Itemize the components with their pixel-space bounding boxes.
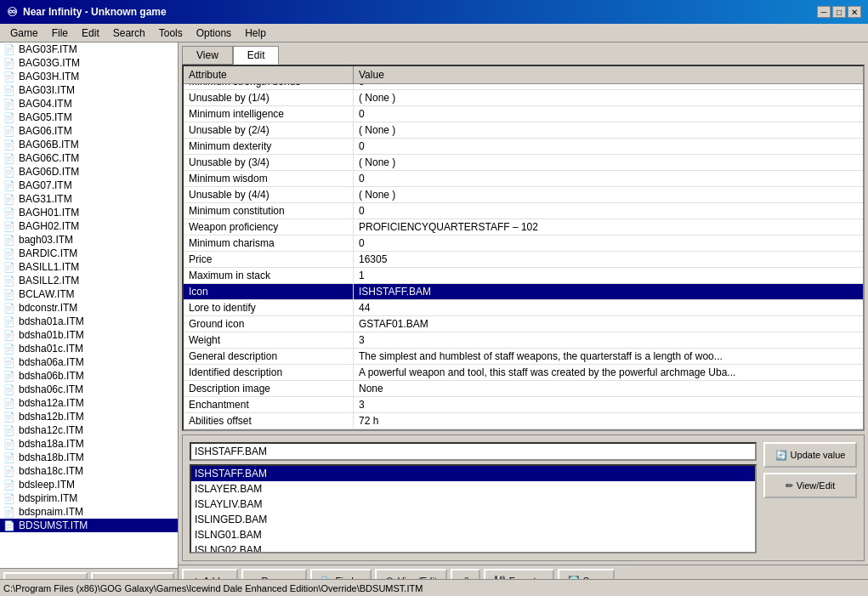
file-icon: 📄 (3, 57, 15, 69)
menu-item-help[interactable]: Help (238, 26, 273, 41)
menu-item-search[interactable]: Search (106, 26, 152, 41)
dropdown-item[interactable]: ISLNG02.BAM (191, 542, 755, 553)
file-icon: 📄 (3, 315, 15, 327)
maximize-button[interactable]: □ (832, 6, 846, 18)
list-item[interactable]: 📄bdsha18a.ITM (0, 437, 178, 451)
menu-item-tools[interactable]: Tools (152, 26, 190, 41)
list-item[interactable]: 📄BAGH02.ITM (0, 219, 178, 233)
table-row[interactable]: IconISHSTAFF.BAM (184, 284, 863, 300)
table-row[interactable]: Weight3 (184, 332, 863, 349)
table-row[interactable]: Enchantment3 (184, 397, 863, 413)
list-item[interactable]: 📄BDSUMST.ITM (0, 519, 178, 532)
list-item[interactable]: 📄BASILL1.ITM (0, 260, 178, 274)
list-item[interactable]: 📄BAG03G.ITM (0, 56, 178, 70)
list-item[interactable]: 📄BAG03H.ITM (0, 70, 178, 83)
list-item[interactable]: 📄BAG03F.ITM (0, 43, 178, 56)
file-icon: 📄 (3, 465, 15, 477)
table-row[interactable]: Price16305 (184, 252, 863, 268)
list-item[interactable]: 📄BAG07.ITM (0, 179, 178, 192)
list-item[interactable]: 📄BAG06.ITM (0, 124, 178, 138)
table-row[interactable]: Identified descriptionA powerful weapon … (184, 365, 863, 381)
table-row[interactable]: Minimum intelligence0 (184, 106, 863, 122)
table-row[interactable]: Unusable by (3/4)( None ) (184, 155, 863, 171)
list-item[interactable]: 📄BAG05.ITM (0, 111, 178, 124)
table-row[interactable]: Weapon proficiencyPROFICIENCYQUARTERSTAF… (184, 219, 863, 236)
file-icon: 📄 (3, 302, 15, 314)
file-icon: 📄 (3, 275, 15, 287)
list-item[interactable]: 📄bagh03.ITM (0, 233, 178, 247)
table-row[interactable]: Unusable by (1/4)( None ) (184, 90, 863, 106)
file-icon: 📄 (3, 479, 15, 491)
list-item[interactable]: 📄bdsha06c.ITM (0, 383, 178, 396)
list-item[interactable]: 📄bdsha01b.ITM (0, 328, 178, 342)
table-row[interactable]: Minimum charisma0 (184, 236, 863, 252)
list-item[interactable]: 📄BAG04.ITM (0, 97, 178, 111)
table-row[interactable]: Minimum dexterity0 (184, 139, 863, 155)
dropdown-container: ISHSTAFF.BAMISLAYER.BAMISLAYLIV.BAMISLIN… (190, 442, 757, 553)
current-value-input[interactable] (190, 442, 757, 461)
list-item[interactable]: 📄bdsha06b.ITM (0, 369, 178, 383)
menu-item-file[interactable]: File (45, 26, 75, 41)
table-row[interactable]: General descriptionThe simplest and humb… (184, 349, 863, 365)
table-row[interactable]: Abilities offset72 h (184, 413, 863, 429)
list-item[interactable]: 📄bdsha01c.ITM (0, 342, 178, 355)
minimize-button[interactable]: ─ (817, 6, 831, 18)
file-icon: 📄 (3, 288, 15, 300)
list-item[interactable]: 📄bdsha18b.ITM (0, 451, 178, 464)
list-item[interactable]: 📄bdsha12b.ITM (0, 410, 178, 423)
table-row[interactable]: Ground iconGSTAF01.BAM (184, 316, 863, 332)
dropdown-item[interactable]: ISLAYLIV.BAM (191, 497, 755, 512)
list-item[interactable]: 📄bdsleep.ITM (0, 478, 178, 491)
list-item[interactable]: 📄BCLAW.ITM (0, 287, 178, 301)
file-list[interactable]: 📄BAG03F.ITM📄BAG03G.ITM📄BAG03H.ITM📄BAG03I… (0, 43, 178, 568)
list-item[interactable]: 📄BAG06C.ITM (0, 151, 178, 165)
file-icon: 📄 (3, 139, 15, 150)
list-item[interactable]: 📄BAG31.ITM (0, 192, 178, 206)
list-item[interactable]: 📄bdconstr.ITM (0, 301, 178, 315)
table-row[interactable]: Minimum strength bonus0 (184, 84, 863, 90)
dropdown-item[interactable]: ISLINGED.BAM (191, 512, 755, 527)
table-body[interactable]: Minimum level0Minimum strength5Minimum s… (184, 84, 863, 429)
table-row[interactable]: Unusable by (4/4)( None ) (184, 187, 863, 203)
file-icon: 📄 (3, 43, 15, 55)
tab-view[interactable]: View (182, 46, 233, 65)
list-item[interactable]: 📄BAG06D.ITM (0, 165, 178, 179)
view-edit-button[interactable]: ✏ View/Edit (763, 473, 857, 498)
list-item[interactable]: 📄BAG03I.ITM (0, 83, 178, 97)
close-button[interactable]: ✕ (848, 6, 861, 18)
dropdown-item[interactable]: ISLNG01.BAM (191, 527, 755, 542)
list-item[interactable]: 📄BAGH01.ITM (0, 206, 178, 219)
file-icon: 📄 (3, 383, 15, 395)
table-row[interactable]: Minimum constitution0 (184, 203, 863, 219)
table-row[interactable]: Lore to identify44 (184, 300, 863, 316)
file-icon: 📄 (3, 125, 15, 137)
table-row[interactable]: Description imageNone (184, 381, 863, 397)
menu-item-options[interactable]: Options (190, 26, 238, 41)
list-item[interactable]: 📄BARDIC.ITM (0, 247, 178, 260)
file-icon: 📄 (3, 356, 15, 368)
list-item[interactable]: 📄bdspirim.ITM (0, 491, 178, 505)
menu-item-edit[interactable]: Edit (75, 26, 106, 41)
col-header-value: Value (354, 66, 863, 83)
dropdown-item[interactable]: ISHSTAFF.BAM (191, 466, 755, 481)
file-icon: 📄 (3, 397, 15, 409)
file-icon: 📄 (3, 492, 15, 504)
list-item[interactable]: 📄bdspnaim.ITM (0, 505, 178, 519)
file-icon: 📄 (3, 424, 15, 436)
tab-edit[interactable]: Edit (233, 46, 280, 65)
list-item[interactable]: 📄bdsha06a.ITM (0, 355, 178, 369)
list-item[interactable]: 📄BASILL2.ITM (0, 274, 178, 287)
list-item[interactable]: 📄BAG06B.ITM (0, 138, 178, 151)
dropdown-item[interactable]: ISLAYER.BAM (191, 481, 755, 497)
list-item[interactable]: 📄bdsha18c.ITM (0, 464, 178, 478)
editor-buttons: 🔄 Update value ✏ View/Edit (763, 442, 857, 498)
update-value-button[interactable]: 🔄 Update value (763, 442, 857, 468)
list-item[interactable]: 📄bdsha12a.ITM (0, 396, 178, 410)
list-item[interactable]: 📄bdsha01a.ITM (0, 315, 178, 328)
table-row[interactable]: Unusable by (2/4)( None ) (184, 122, 863, 139)
dropdown-list[interactable]: ISHSTAFF.BAMISLAYER.BAMISLAYLIV.BAMISLIN… (190, 464, 757, 553)
list-item[interactable]: 📄bdsha12c.ITM (0, 423, 178, 437)
table-row[interactable]: Maximum in stack1 (184, 268, 863, 284)
menu-item-game[interactable]: Game (3, 26, 45, 41)
table-row[interactable]: Minimum wisdom0 (184, 171, 863, 187)
